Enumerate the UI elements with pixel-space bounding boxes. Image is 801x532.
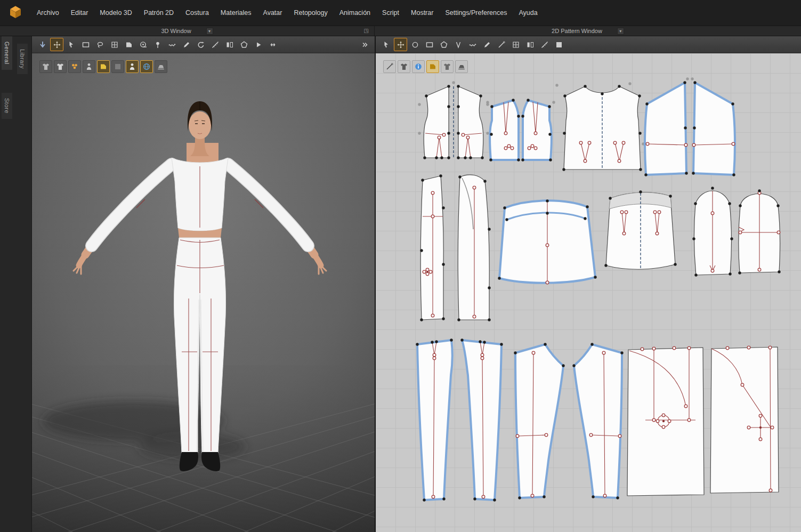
- toolbar-3d: [32, 36, 375, 53]
- 2d-window-selector-caret[interactable]: ▾: [617, 28, 624, 35]
- 3d-window-title: 3D Window: [161, 28, 191, 34]
- window-titlebar-row: 3D Window ▾ ◳ 2D Pattern Window ▾: [0, 26, 801, 36]
- menu-bar: ArchivoEditarModelo 3DPatrón 2DCosturaMa…: [31, 0, 544, 26]
- pattern-skirt-front[interactable]: [498, 199, 596, 284]
- pattern-display-icon[interactable]: [426, 60, 439, 73]
- stitch-display-icon[interactable]: [383, 60, 396, 73]
- float-window-icon[interactable]: ◳: [364, 26, 369, 36]
- menu-materiales[interactable]: Materiales: [215, 0, 257, 26]
- add-point-tool[interactable]: [408, 38, 422, 51]
- pen-3d-tool[interactable]: [180, 38, 193, 51]
- show-garment-fit-icon[interactable]: [39, 60, 52, 73]
- sidebar-tab-general[interactable]: General: [2, 36, 12, 70]
- mirror-tool[interactable]: [223, 38, 236, 51]
- add-dart-tool[interactable]: [451, 38, 465, 51]
- main-content: General Library Store: [0, 36, 801, 532]
- menu-archivo[interactable]: Archivo: [31, 0, 65, 26]
- pin-tool[interactable]: [151, 38, 164, 51]
- menu-settings-preferences[interactable]: Settings/Preferences: [439, 0, 513, 26]
- menu-mostrar[interactable]: Mostrar: [405, 0, 439, 26]
- marvelous-designer-cube-icon: [7, 4, 24, 21]
- pen-2d-tool[interactable]: [480, 38, 493, 51]
- pattern-jacket-back-pair[interactable]: [644, 77, 735, 176]
- toolbar-overflow-chevron[interactable]: [358, 38, 371, 51]
- sidebar-tab-library[interactable]: Library: [17, 44, 28, 74]
- polygon-3d-tool[interactable]: [237, 38, 250, 51]
- pattern-back-bodice-pair[interactable]: [418, 81, 489, 159]
- menu-animacion[interactable]: Animación: [334, 0, 376, 26]
- press-tool-icon[interactable]: [455, 60, 468, 73]
- 3d-viewport[interactable]: [32, 53, 375, 532]
- menu-modelo-3d[interactable]: Modelo 3D: [94, 0, 137, 26]
- show-mesh-icon[interactable]: [68, 60, 81, 73]
- menu-script[interactable]: Script: [376, 0, 405, 26]
- 3d-window-titlebar: 3D Window ▾ ◳: [0, 26, 375, 36]
- avatar-head: [188, 101, 212, 139]
- menu-retopology[interactable]: Retopology: [288, 0, 333, 26]
- toolbar-2d: [376, 36, 801, 53]
- show-surface-icon[interactable]: [111, 60, 124, 73]
- select-box-tool[interactable]: [79, 38, 92, 51]
- edit-pattern-tool[interactable]: [394, 38, 407, 51]
- left-dock-strip: General Library Store: [0, 36, 32, 532]
- pattern-princess-panels[interactable]: [420, 174, 490, 321]
- measure-tool[interactable]: [208, 38, 222, 51]
- add-rectangle-tool[interactable]: [423, 38, 436, 51]
- show-avatar-icon[interactable]: [83, 60, 95, 73]
- garment-small-icon[interactable]: [441, 60, 454, 73]
- 3d-display-toggle-toolbar: [39, 60, 167, 73]
- 3d-scene: [32, 53, 375, 532]
- menu-costura[interactable]: Costura: [180, 0, 215, 26]
- sewing-tool[interactable]: [165, 38, 179, 51]
- texture-editor-tool[interactable]: [552, 38, 565, 51]
- mirror-paste-tool[interactable]: [523, 38, 537, 51]
- avatar-display-icon[interactable]: [126, 60, 139, 73]
- show-garment-icon[interactable]: [54, 60, 67, 73]
- 2d-viewport[interactable]: [376, 53, 801, 532]
- pattern-pants-back-pair[interactable]: [416, 338, 503, 501]
- avatar-tape-tool[interactable]: [136, 38, 150, 51]
- garment-display-icon[interactable]: [398, 60, 410, 73]
- 2d-window-panel: [375, 36, 801, 532]
- rotate-tool[interactable]: [194, 38, 207, 51]
- 2d-window-titlebar: 2D Pattern Window ▾: [375, 26, 801, 36]
- transform-pattern-tool[interactable]: [379, 38, 393, 51]
- menu-editar[interactable]: Editar: [65, 0, 94, 26]
- select-mesh-tool[interactable]: [64, 38, 78, 51]
- 2d-display-toggle-toolbar: [383, 60, 468, 73]
- grade-tool[interactable]: [509, 38, 522, 51]
- show-pattern-icon[interactable]: [97, 60, 110, 73]
- play-tool[interactable]: [252, 38, 265, 51]
- 3d-window-panel: [32, 36, 375, 532]
- menu-ayuda[interactable]: Ayuda: [513, 0, 543, 26]
- select-lasso-tool[interactable]: [93, 38, 107, 51]
- pattern-skirt-back[interactable]: [604, 190, 676, 269]
- select-move-tool[interactable]: [50, 38, 63, 51]
- menu-patron-2d[interactable]: Patrón 2D: [138, 0, 180, 26]
- pattern-bodice-block[interactable]: [555, 82, 644, 171]
- steam-iron-icon[interactable]: [155, 60, 167, 73]
- app-logo[interactable]: [0, 0, 31, 26]
- info-display-icon[interactable]: [412, 60, 425, 73]
- sidebar-tab-store[interactable]: Store: [2, 93, 12, 119]
- pattern-outline-tool[interactable]: [122, 38, 135, 51]
- pattern-front-bodice-pair[interactable]: [486, 99, 555, 161]
- menu-avatar[interactable]: Avatar: [257, 0, 288, 26]
- pattern-sleeve-right[interactable]: [738, 189, 780, 274]
- measure-2d-tool[interactable]: [538, 38, 551, 51]
- 3d-window-selector-caret[interactable]: ▾: [206, 28, 213, 35]
- app-window: ArchivoEditarModelo 3DPatrón 2DCosturaMa…: [0, 0, 801, 532]
- pattern-sleeve-left[interactable]: [692, 187, 733, 276]
- pattern-canvas: [376, 53, 801, 532]
- simulate-button[interactable]: [36, 38, 49, 51]
- arrange-points-tool[interactable]: [108, 38, 121, 51]
- pattern-draft-block-left[interactable]: [627, 346, 704, 496]
- edit-seamline-tool[interactable]: [466, 38, 479, 51]
- show-environment-icon[interactable]: [140, 60, 153, 73]
- add-polygon-tool[interactable]: [437, 38, 450, 51]
- pattern-pants-front-pair[interactable]: [514, 343, 623, 499]
- pattern-draft-block-right[interactable]: [710, 346, 779, 493]
- trace-tool[interactable]: [495, 38, 508, 51]
- 2d-window-title: 2D Pattern Window: [552, 28, 602, 34]
- split-view-tool[interactable]: [266, 38, 279, 51]
